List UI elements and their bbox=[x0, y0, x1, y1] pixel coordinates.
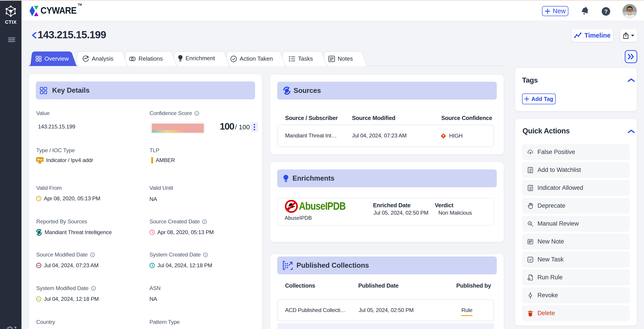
svg-text:i: i bbox=[205, 253, 206, 256]
svg-text:IPv4: IPv4 bbox=[37, 158, 43, 161]
svg-text:i: i bbox=[92, 253, 93, 256]
svg-text:i: i bbox=[204, 220, 205, 223]
svg-text:i: i bbox=[93, 287, 94, 290]
svg-text:?: ? bbox=[604, 8, 608, 14]
svg-text:i: i bbox=[196, 112, 197, 115]
